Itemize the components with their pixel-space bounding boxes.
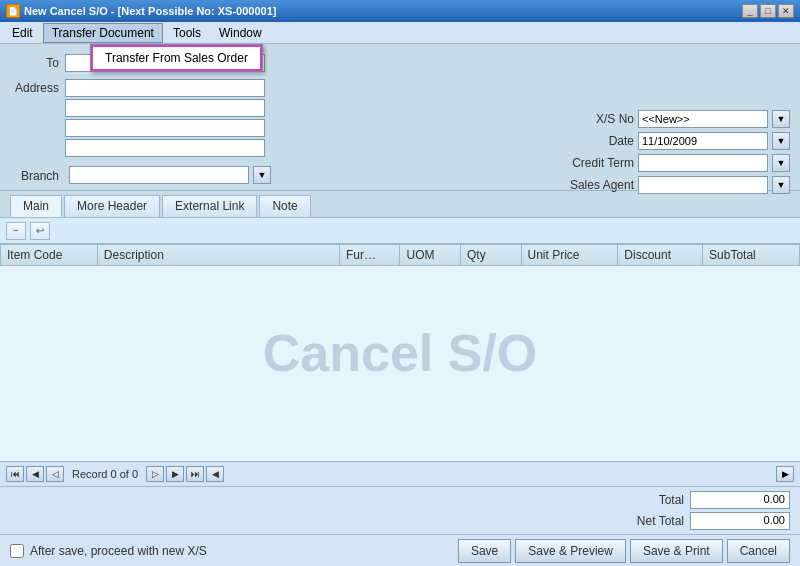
col-fur: Fur… — [339, 245, 400, 266]
nav-last-btn[interactable]: ⏭ — [186, 466, 204, 482]
address-label: Address — [10, 79, 65, 95]
sales-agent-dropdown-btn[interactable]: ▼ — [772, 176, 790, 194]
toolbar-undo-btn[interactable]: ↩ — [30, 222, 50, 240]
date-dropdown-btn[interactable]: ▼ — [772, 132, 790, 150]
title-bar: 📄 New Cancel S/O - [Next Possible No: XS… — [0, 0, 800, 22]
col-uom: UOM — [400, 245, 461, 266]
xs-no-label: X/S No — [564, 112, 634, 126]
net-total-row: Net Total 0.00 — [624, 512, 790, 530]
xs-no-row: X/S No ▼ — [564, 110, 790, 128]
nav-back-btn[interactable]: ◁ — [46, 466, 64, 482]
nav-next-btn[interactable]: ▶ — [166, 466, 184, 482]
menu-window[interactable]: Window — [211, 24, 270, 42]
save-print-button[interactable]: Save & Print — [630, 539, 723, 563]
save-preview-button[interactable]: Save & Preview — [515, 539, 626, 563]
close-btn[interactable]: ✕ — [778, 4, 794, 18]
address-line-3[interactable] — [65, 119, 265, 137]
tab-external-link[interactable]: External Link — [162, 195, 257, 217]
branch-row: Branch ▼ — [10, 166, 360, 184]
menu-tools[interactable]: Tools — [165, 24, 209, 42]
navigation-bar: ⏮ ◀ ◁ Record 0 of 0 ▷ ▶ ⏭ ◀ ▶ — [0, 461, 800, 487]
tab-note[interactable]: Note — [259, 195, 310, 217]
data-content-area: Item Code Description Fur… UOM Qty Unit … — [0, 244, 800, 461]
branch-label: Branch — [10, 167, 65, 183]
tabs-container: Main More Header External Link Note — [0, 191, 800, 218]
window-icon: 📄 — [6, 4, 20, 18]
address-line-4[interactable] — [65, 139, 265, 157]
date-row: Date ▼ — [564, 132, 790, 150]
col-qty: Qty — [460, 245, 521, 266]
nav-right-btn[interactable]: ▶ — [776, 466, 794, 482]
sales-agent-label: Sales Agent — [564, 178, 634, 192]
credit-term-input[interactable] — [638, 154, 768, 172]
footer-buttons: Save Save & Preview Save & Print Cancel — [458, 539, 790, 563]
col-subtotal: SubTotal — [703, 245, 800, 266]
content-toolbar: − ↩ — [0, 218, 800, 244]
menu-bar: Edit Transfer Document Tools Window — [0, 22, 800, 44]
credit-term-row: Credit Term ▼ — [564, 154, 790, 172]
address-row: Address — [10, 79, 360, 157]
footer-left: After save, proceed with new X/S — [10, 544, 207, 558]
xs-no-input[interactable] — [638, 110, 768, 128]
nav-end-btn[interactable]: ◀ — [206, 466, 224, 482]
to-label: To — [10, 54, 65, 70]
menu-transfer-document[interactable]: Transfer Document — [43, 23, 163, 43]
transfer-document-dropdown: Transfer From Sales Order — [90, 44, 263, 72]
total-label: Total — [624, 493, 684, 507]
nav-forward-btn[interactable]: ▷ — [146, 466, 164, 482]
window-controls: _ □ ✕ — [742, 4, 794, 18]
items-tbody — [1, 266, 800, 426]
sales-agent-input[interactable] — [638, 176, 768, 194]
date-label: Date — [564, 134, 634, 148]
address-block — [65, 79, 265, 157]
cancel-button[interactable]: Cancel — [727, 539, 790, 563]
nav-prev-btn[interactable]: ◀ — [26, 466, 44, 482]
minimize-btn[interactable]: _ — [742, 4, 758, 18]
toolbar-minus-btn[interactable]: − — [6, 222, 26, 240]
tab-main[interactable]: Main — [10, 195, 62, 217]
proceed-new-xs-label: After save, proceed with new X/S — [30, 544, 207, 558]
col-item-code: Item Code — [1, 245, 98, 266]
restore-btn[interactable]: □ — [760, 4, 776, 18]
right-panel: X/S No ▼ Date ▼ Credit Term ▼ Sales Agen… — [564, 110, 790, 194]
tab-more-header[interactable]: More Header — [64, 195, 160, 217]
sales-agent-row: Sales Agent ▼ — [564, 176, 790, 194]
net-total-value: 0.00 — [690, 512, 790, 530]
col-description: Description — [97, 245, 339, 266]
window-title: New Cancel S/O - [Next Possible No: XS-0… — [24, 5, 276, 17]
menu-edit[interactable]: Edit — [4, 24, 41, 42]
branch-dropdown-btn[interactable]: ▼ — [253, 166, 271, 184]
col-discount: Discount — [618, 245, 703, 266]
address-line-1[interactable] — [65, 79, 265, 97]
col-unit-price: Unit Price — [521, 245, 618, 266]
nav-record-text: Record 0 of 0 — [66, 468, 144, 480]
proceed-new-xs-checkbox[interactable] — [10, 544, 24, 558]
xs-no-dropdown-btn[interactable]: ▼ — [772, 110, 790, 128]
items-table: Item Code Description Fur… UOM Qty Unit … — [0, 244, 800, 426]
save-button[interactable]: Save — [458, 539, 511, 563]
net-total-label: Net Total — [624, 514, 684, 528]
date-input[interactable] — [638, 132, 768, 150]
transfer-from-sales-order[interactable]: Transfer From Sales Order — [91, 45, 262, 71]
nav-first-btn[interactable]: ⏮ — [6, 466, 24, 482]
table-wrapper: Item Code Description Fur… UOM Qty Unit … — [0, 244, 800, 461]
total-value: 0.00 — [690, 491, 790, 509]
branch-input[interactable] — [69, 166, 249, 184]
footer: After save, proceed with new X/S Save Sa… — [0, 534, 800, 566]
credit-term-dropdown-btn[interactable]: ▼ — [772, 154, 790, 172]
totals-area: Total 0.00 Net Total 0.00 — [0, 487, 800, 534]
address-line-2[interactable] — [65, 99, 265, 117]
credit-term-label: Credit Term — [564, 156, 634, 170]
total-row: Total 0.00 — [624, 491, 790, 509]
table-row — [1, 266, 800, 426]
nav-buttons-left: ⏮ ◀ ◁ Record 0 of 0 ▷ ▶ ⏭ ◀ — [6, 466, 224, 482]
